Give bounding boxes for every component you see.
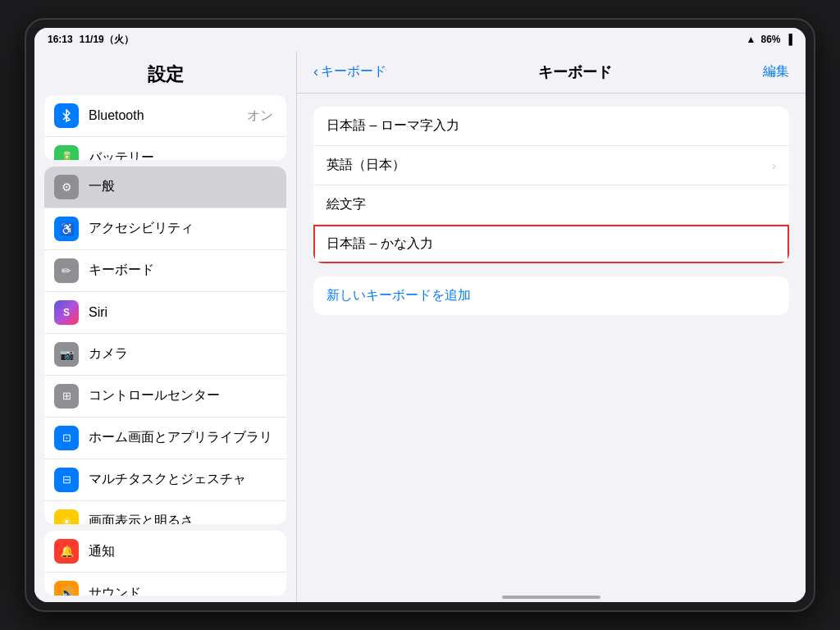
display-icon: ☀ — [54, 509, 79, 525]
status-right: ▲ 86% ▐ — [746, 34, 792, 45]
jp-romaji-label: 日本語 – ローマ字入力 — [326, 117, 776, 135]
jp-kana-label: 日本語 – かな入力 — [326, 235, 776, 253]
sidebar-group-1: Bluetooth オン 🔋 バッテリー — [44, 95, 286, 160]
keyboard-item-en-jp[interactable]: 英語（日本） › — [313, 146, 789, 185]
multitask-icon: ⊟ — [54, 468, 79, 492]
bluetooth-label: Bluetooth — [89, 108, 247, 123]
applepencil-icon: ✏ — [54, 258, 79, 283]
status-left: 16:13 11/19（火） — [48, 33, 134, 47]
siri-label: Siri — [89, 305, 276, 320]
sidebar-item-bluetooth[interactable]: Bluetooth オン — [44, 95, 286, 137]
sidebar-item-applepencil[interactable]: ✏ キーボード — [44, 250, 286, 292]
add-keyboard-label: 新しいキーボードを追加 — [326, 287, 776, 304]
sidebar-item-homescreen[interactable]: ⊡ ホーム画面とアプリライブラリ — [44, 418, 286, 459]
content-list: 日本語 – ローマ字入力 英語（日本） › 絵文字 日 — [297, 94, 806, 591]
controlcenter-icon: ⊞ — [54, 384, 79, 409]
main-content: 設定 Bluetooth オン 🔋 — [34, 51, 806, 602]
sidebar-item-notifications[interactable]: 🔔 通知 — [44, 531, 286, 573]
sidebar-item-general[interactable]: ⚙ 一般 — [44, 167, 286, 208]
battery-label: バッテリー — [89, 149, 276, 160]
sounds-label: サウンド — [89, 585, 276, 596]
sidebar-item-camera[interactable]: 📷 カメラ — [44, 334, 286, 376]
sidebar-item-controlcenter[interactable]: ⊞ コントロールセンター — [44, 376, 286, 418]
keyboard-group: 日本語 – ローマ字入力 英語（日本） › 絵文字 日 — [313, 107, 789, 263]
right-panel: ‹ キーボード キーボード 編集 日本語 – ローマ字入力 — [297, 51, 806, 602]
add-keyboard-button[interactable]: 新しいキーボードを追加 — [313, 276, 789, 315]
sidebar-item-multitask[interactable]: ⊟ マルチタスクとジェスチャ — [44, 459, 286, 501]
home-indicator — [297, 591, 806, 602]
emoji-label: 絵文字 — [326, 196, 776, 213]
camera-icon: 📷 — [54, 342, 79, 367]
ipad-screen: 16:13 11/19（火） ▲ 86% ▐ 設定 — [34, 28, 806, 602]
sidebar-item-display[interactable]: ☀ 画面表示と明るさ — [44, 501, 286, 525]
sidebar-item-siri[interactable]: S Siri — [44, 292, 286, 334]
en-jp-label: 英語（日本） — [326, 157, 772, 174]
keyboard-item-jp-kana[interactable]: 日本語 – かな入力 — [313, 225, 789, 263]
multitask-label: マルチタスクとジェスチャ — [89, 471, 276, 488]
nav-title: キーボード — [538, 62, 612, 82]
en-jp-chevron-icon: › — [772, 159, 776, 172]
bluetooth-icon — [54, 103, 79, 128]
home-bar — [502, 596, 600, 599]
add-keyboard-group: 新しいキーボードを追加 — [313, 276, 789, 315]
sidebar-item-sounds[interactable]: 🔊 サウンド — [44, 573, 286, 596]
sidebar-group-3: 🔔 通知 🔊 サウンド — [44, 531, 286, 596]
back-chevron-icon: ‹ — [313, 63, 318, 80]
sounds-icon: 🔊 — [54, 581, 79, 596]
accessibility-icon: ♿ — [54, 217, 79, 241]
sidebar-item-accessibility[interactable]: ♿ アクセシビリティ — [44, 208, 286, 250]
keyboard-item-jp-romaji[interactable]: 日本語 – ローマ字入力 — [313, 107, 789, 146]
general-icon: ⚙ — [54, 175, 79, 199]
wifi-icon: ▲ — [746, 34, 756, 45]
nav-bar: ‹ キーボード キーボード 編集 — [297, 51, 806, 94]
edit-button[interactable]: 編集 — [763, 63, 789, 80]
battery-level: 86% — [760, 34, 780, 45]
ipad-frame: 16:13 11/19（火） ▲ 86% ▐ 設定 — [26, 20, 814, 610]
camera-label: カメラ — [89, 345, 276, 363]
notifications-label: 通知 — [89, 543, 276, 560]
sidebar-title: 設定 — [34, 51, 296, 95]
nav-back-label: キーボード — [321, 63, 386, 80]
battery-sidebar-icon: 🔋 — [54, 145, 79, 160]
controlcenter-label: コントロールセンター — [89, 387, 276, 404]
display-label: 画面表示と明るさ — [89, 513, 276, 524]
sidebar: 設定 Bluetooth オン 🔋 — [34, 51, 297, 602]
applepencil-label: キーボード — [89, 262, 276, 279]
battery-icon: ▐ — [785, 34, 792, 45]
accessibility-label: アクセシビリティ — [89, 220, 276, 237]
homescreen-icon: ⊡ — [54, 426, 79, 450]
homescreen-label: ホーム画面とアプリライブラリ — [89, 429, 276, 446]
sidebar-item-battery[interactable]: 🔋 バッテリー — [44, 137, 286, 160]
status-time: 16:13 — [48, 34, 73, 45]
bluetooth-value: オン — [247, 107, 273, 125]
general-label: 一般 — [89, 178, 276, 195]
notifications-icon: 🔔 — [54, 539, 79, 564]
status-date: 11/19（火） — [80, 33, 134, 47]
nav-back-button[interactable]: ‹ キーボード — [313, 63, 386, 80]
status-bar: 16:13 11/19（火） ▲ 86% ▐ — [34, 28, 806, 51]
sidebar-group-2: ⚙ 一般 ♿ アクセシビリティ ✏ キーボード — [44, 167, 286, 525]
siri-icon: S — [54, 300, 79, 325]
keyboard-item-emoji[interactable]: 絵文字 — [313, 185, 789, 225]
